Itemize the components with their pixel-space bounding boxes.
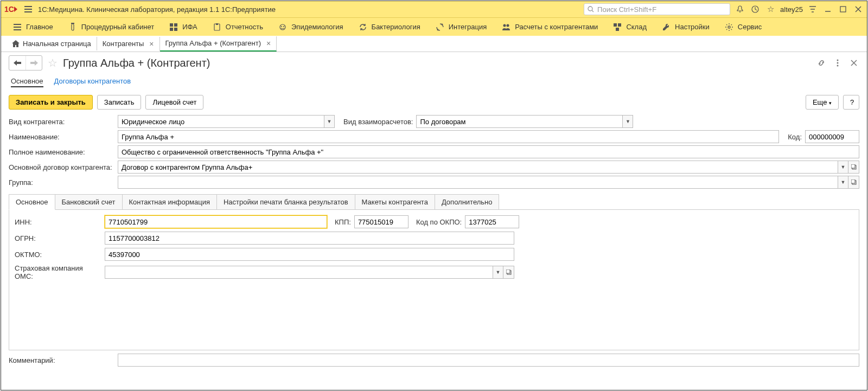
menu-settings[interactable]: Настройки: [655, 21, 716, 34]
svg-rect-30: [851, 180, 855, 183]
menu-main[interactable]: Главное: [7, 21, 60, 34]
menu-reports-label: Отчетность: [226, 23, 263, 31]
menu-bacteriology[interactable]: Бактериология: [352, 21, 427, 34]
maximize-icon[interactable]: [838, 4, 848, 15]
link-icon[interactable]: [816, 57, 827, 68]
svg-point-24: [837, 60, 839, 61]
page-title: Группа Альфа + (Контрагент): [63, 57, 210, 69]
menu-lines-icon: [13, 23, 22, 31]
kpp-input[interactable]: [354, 215, 409, 228]
group-input[interactable]: [118, 176, 838, 189]
menu-reports[interactable]: Отчетность: [206, 21, 270, 34]
code-input[interactable]: [805, 130, 859, 143]
group-label: Группа:: [9, 178, 114, 187]
contract-input[interactable]: [118, 161, 838, 174]
ogrn-input[interactable]: [105, 232, 514, 245]
nav-forward-button[interactable]: [25, 56, 42, 70]
home-icon: [12, 40, 20, 47]
group-open-icon[interactable]: [848, 176, 859, 189]
menu-main-label: Главное: [26, 23, 53, 31]
form-toolbar: Записать и закрыть Записать Лицевой счет…: [1, 92, 867, 113]
more-button[interactable]: Еще ▾: [806, 95, 839, 110]
user-label[interactable]: altey25: [780, 5, 803, 14]
menu-ifa-label: ИФА: [182, 23, 197, 31]
insurance-open-icon[interactable]: [503, 266, 514, 279]
tab-templates[interactable]: Макеты контрагента: [355, 194, 435, 209]
menu-epidemiology[interactable]: Эпидемиология: [272, 21, 350, 34]
tab-extra[interactable]: Дополнительно: [435, 194, 500, 209]
name-input[interactable]: [118, 130, 779, 143]
svg-point-19: [507, 24, 509, 27]
tab-print[interactable]: Настройки печати бланка результатов: [216, 194, 355, 209]
insurance-dropdown-icon[interactable]: ▼: [493, 266, 503, 279]
svg-point-23: [728, 26, 730, 28]
bc-tab0-label: Контрагенты: [103, 40, 144, 48]
close-tab-icon[interactable]: ×: [266, 39, 271, 48]
inn-input[interactable]: [105, 215, 327, 228]
bell-icon[interactable]: [735, 4, 745, 15]
save-button[interactable]: Записать: [97, 95, 142, 110]
menu-warehouse[interactable]: Склад: [607, 21, 653, 34]
breadcrumb-home[interactable]: Начальная страница: [7, 37, 97, 50]
breadcrumb-bar: Начальная страница Контрагенты × Группа …: [1, 36, 867, 52]
search-placeholder: Поиск Ctrl+Shift+F: [597, 5, 656, 14]
settle-dropdown-icon[interactable]: ▼: [622, 115, 633, 128]
svg-point-26: [837, 65, 839, 67]
oktmo-input[interactable]: [105, 248, 514, 261]
settle-input[interactable]: [416, 115, 622, 128]
fullname-input[interactable]: [118, 145, 859, 158]
comment-row: Комментарий:: [1, 350, 867, 370]
subnav-main[interactable]: Основное: [11, 76, 43, 87]
favorite-star-icon[interactable]: ☆: [48, 56, 58, 69]
group-dropdown-icon[interactable]: ▼: [838, 176, 848, 189]
star-icon[interactable]: ☆: [765, 4, 776, 15]
window-titlebar: 1С 1С:Медицина. Клиническая лаборатория,…: [1, 1, 867, 17]
close-icon[interactable]: [853, 4, 864, 15]
close-form-icon[interactable]: [848, 57, 859, 68]
breadcrumb-tab-contractors[interactable]: Контрагенты ×: [97, 37, 160, 51]
okpo-input[interactable]: [465, 215, 519, 228]
menu-service[interactable]: Сервис: [718, 21, 769, 34]
app-title: 1С:Медицина. Клиническая лаборатория, ре…: [38, 5, 276, 14]
kebab-icon[interactable]: [832, 57, 843, 68]
svg-rect-9: [170, 23, 173, 27]
tab-bank[interactable]: Банковский счет: [55, 194, 123, 209]
menu-ifa[interactable]: ИФА: [163, 21, 204, 34]
tab-contact[interactable]: Контактная информация: [122, 194, 217, 209]
tab-main[interactable]: Основное: [9, 194, 55, 210]
menu-set-label: Настройки: [675, 23, 710, 31]
subnav-contracts[interactable]: Договоры контрагентов: [54, 76, 131, 87]
global-search-input[interactable]: Поиск Ctrl+Shift+F: [584, 3, 730, 15]
svg-rect-21: [618, 23, 621, 27]
menu-contractors[interactable]: Расчеты с контрагентами: [495, 21, 604, 34]
breadcrumb-home-label: Начальная страница: [23, 40, 91, 48]
svg-rect-11: [170, 28, 173, 31]
wrench-icon: [662, 23, 671, 31]
oktmo-label: ОКТМО:: [15, 251, 101, 259]
menu-procedure[interactable]: Процедурный кабинет: [62, 21, 161, 34]
close-tab-icon[interactable]: ×: [149, 40, 154, 48]
detail-tabs: Основное Банковский счет Контактная инфо…: [9, 194, 859, 350]
minimize-icon[interactable]: [822, 4, 833, 15]
insurance-input[interactable]: [105, 266, 493, 279]
kind-dropdown-icon[interactable]: ▼: [324, 115, 335, 128]
history-icon[interactable]: [750, 4, 761, 15]
contract-dropdown-icon[interactable]: ▼: [838, 161, 848, 174]
save-close-button[interactable]: Записать и закрыть: [9, 95, 93, 110]
kind-input[interactable]: [118, 115, 324, 128]
clipboard-icon: [213, 23, 221, 31]
contract-open-icon[interactable]: [848, 161, 859, 174]
account-button[interactable]: Лицевой счет: [145, 95, 203, 110]
hamburger-icon[interactable]: [23, 4, 34, 15]
comment-input[interactable]: [118, 354, 859, 367]
menu-integration[interactable]: Интеграция: [429, 21, 494, 34]
filter-icon[interactable]: [807, 4, 818, 15]
svg-rect-32: [506, 270, 510, 273]
breadcrumb-tab-current[interactable]: Группа Альфа + (Контрагент) ×: [160, 36, 277, 52]
main-menubar: Главное Процедурный кабинет ИФА Отчетнос…: [1, 17, 867, 36]
nav-back-button[interactable]: [9, 56, 25, 70]
svg-point-16: [281, 26, 282, 27]
help-button[interactable]: ?: [843, 95, 859, 110]
svg-rect-22: [616, 28, 619, 31]
svg-point-25: [837, 62, 839, 64]
